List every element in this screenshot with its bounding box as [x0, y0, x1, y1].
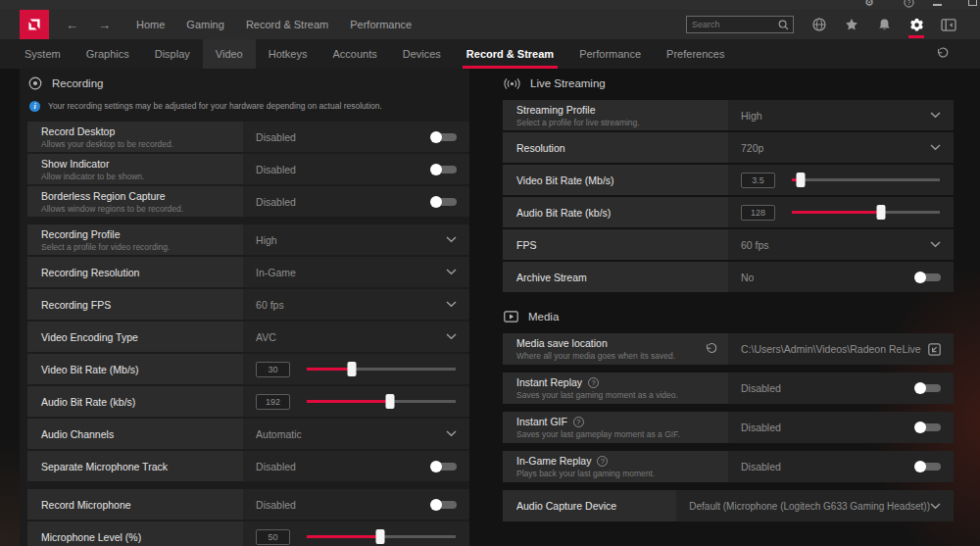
slider-value-input[interactable] [256, 362, 290, 377]
setting-label-line: Record Microphone [41, 499, 243, 511]
toggle-switch[interactable] [914, 382, 941, 395]
toggle-knob [914, 461, 926, 472]
setting-label: Audio Capture Device [516, 500, 616, 512]
slider-thumb[interactable] [386, 394, 395, 409]
toggle-switch[interactable] [430, 498, 457, 511]
setting-value: In-Game [256, 267, 296, 278]
menu-item-home[interactable]: Home [136, 19, 165, 30]
setting-row-recording-profile: Recording ProfileSelect a profile for vi… [27, 224, 469, 255]
globe-icon[interactable] [811, 10, 827, 39]
setting-label-line: Video Bit Rate (Mb/s) [41, 364, 243, 375]
slider-track[interactable] [792, 205, 940, 221]
menu-item-performance[interactable]: Performance [350, 19, 412, 30]
tab-video[interactable]: Video [203, 39, 256, 69]
forward-arrow-icon[interactable]: → [98, 19, 111, 31]
toggle-switch[interactable] [430, 195, 457, 208]
slider-thumb[interactable] [876, 205, 885, 220]
setting-label: Recording FPS [41, 299, 111, 311]
setting-value: Disabled [256, 196, 296, 208]
slider-value-input[interactable] [741, 173, 775, 188]
tab-preferences[interactable]: Preferences [654, 39, 737, 69]
toggle-switch[interactable] [430, 130, 457, 143]
setting-value-cell: No [728, 262, 954, 292]
setting-label: Microphone Level (%) [41, 531, 141, 543]
slider-track[interactable] [792, 173, 940, 188]
tab-hotkeys[interactable]: Hotkeys [256, 39, 320, 69]
toggle-switch[interactable] [914, 271, 941, 283]
gear-icon[interactable] [908, 10, 924, 39]
tab-accounts[interactable]: Accounts [319, 39, 389, 69]
toggle-knob [430, 164, 442, 175]
setting-dropdown-recording-profile[interactable]: High [243, 224, 469, 255]
toggle-knob [430, 499, 442, 511]
setting-dropdown-fps[interactable]: 60 fps [728, 229, 954, 260]
setting-value: High [256, 234, 277, 246]
setting-description: Saves your last gameplay moment as a GIF… [516, 429, 728, 439]
tab-performance[interactable]: Performance [566, 39, 654, 69]
slider-thumb[interactable] [375, 529, 384, 544]
setting-row-show-indicator: Show IndicatorAllow indicator to be show… [27, 154, 469, 184]
window-minimize-icon[interactable] [933, 4, 942, 6]
slider-thumb[interactable] [797, 173, 806, 187]
setting-label: Streaming Profile [516, 104, 596, 116]
amd-logo[interactable] [20, 10, 49, 39]
setting-row-instant-replay: Instant Replay?Saves your last gaming mo… [503, 372, 954, 404]
menu-item-record-stream[interactable]: Record & Stream [246, 19, 328, 30]
back-arrow-icon[interactable]: ← [66, 19, 78, 31]
reset-defaults-icon[interactable] [936, 47, 949, 60]
setting-label: Show Indicator [41, 158, 109, 170]
chevron-down-icon [446, 301, 457, 308]
setting-label-line: Instant Replay? [516, 376, 728, 388]
menu-item-gaming[interactable]: Gaming [186, 19, 224, 30]
toggle-switch[interactable] [430, 163, 457, 175]
help-icon[interactable]: ? [588, 377, 599, 388]
star-icon[interactable] [844, 10, 859, 39]
chevron-down-icon [930, 144, 941, 151]
setting-label-cell: Media save locationWhere all your media … [503, 333, 728, 365]
help-icon[interactable]: ? [573, 417, 584, 427]
search-input[interactable] [687, 20, 778, 29]
recording-column: RecordingiYour recording settings may be… [27, 69, 469, 546]
help-icon[interactable]: ? [597, 456, 608, 467]
undo-icon[interactable] [705, 343, 717, 356]
bell-icon[interactable] [876, 10, 892, 39]
setting-dropdown-resolution[interactable]: 720p [728, 132, 954, 163]
setting-dropdown-video-encoding-type[interactable]: AVC [243, 322, 469, 352]
slider-track[interactable] [307, 362, 456, 377]
window-settings-gear-icon[interactable]: ⚙ [864, 0, 874, 9]
window-help-icon[interactable]: ? [904, 0, 914, 8]
setting-dropdown-recording-resolution[interactable]: In-Game [243, 257, 469, 287]
slider-value-input[interactable] [256, 529, 290, 545]
tab-system[interactable]: System [12, 39, 74, 69]
setting-dropdown-streaming-profile[interactable]: High [728, 100, 954, 130]
slider-track[interactable] [307, 394, 456, 410]
toggle-switch[interactable] [914, 422, 941, 434]
tab-devices[interactable]: Devices [390, 39, 454, 69]
layout-panel-icon[interactable] [941, 10, 956, 39]
tab-display[interactable]: Display [142, 39, 203, 69]
window-maximize-icon[interactable] [968, 0, 977, 6]
slider-track[interactable] [307, 529, 456, 545]
setting-row-audio-bit-rate-kb-s: Audio Bit Rate (kb/s) [27, 386, 469, 417]
setting-dropdown-audio-capture-device[interactable]: Default (Microphone (Logitech G633 Gamin… [676, 490, 954, 521]
slider-thumb[interactable] [347, 362, 356, 376]
setting-row-recording-fps: Recording FPS60 fps [27, 289, 469, 320]
toggle-knob [914, 422, 926, 433]
toggle-switch[interactable] [430, 460, 457, 472]
streaming-media-column: Live StreamingStreaming ProfileSelect a … [503, 69, 954, 529]
open-folder-icon[interactable] [928, 343, 941, 356]
tab-graphics[interactable]: Graphics [74, 39, 142, 69]
setting-label: In-Game Replay [516, 455, 591, 467]
setting-row-archive-stream: Archive StreamNo [503, 262, 954, 292]
setting-label-line: Recording Profile [41, 228, 243, 240]
toggle-switch[interactable] [914, 461, 941, 473]
slider-value-input[interactable] [741, 205, 775, 221]
search-icon[interactable] [778, 20, 789, 30]
setting-dropdown-audio-channels[interactable]: Automatic [243, 419, 469, 449]
setting-value-cell: Disabled [243, 489, 469, 520]
setting-dropdown-recording-fps[interactable]: 60 fps [243, 289, 469, 320]
setting-value: 60 fps [741, 239, 769, 251]
slider-value-input[interactable] [256, 394, 290, 410]
setting-label-line: Resolution [516, 142, 728, 154]
tab-record-stream[interactable]: Record & Stream [454, 39, 566, 69]
